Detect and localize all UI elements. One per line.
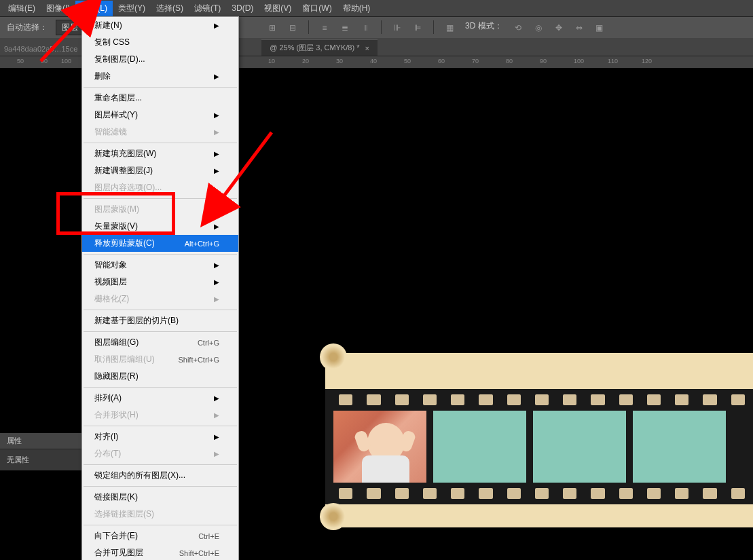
submenu-arrow-icon: ▶ (214, 261, 219, 269)
menu-shortcut: Ctrl+E (198, 532, 219, 540)
sprocket-hole (731, 394, 745, 405)
ruler-mark: 100 (574, 58, 584, 64)
submenu-arrow-icon: ▶ (214, 411, 219, 419)
menu-item[interactable]: 新建调整图层(J)▶ (82, 162, 238, 179)
menu-item: 图层内容选项(O)... (82, 179, 238, 196)
document-tab-active[interactable]: @ 25% (图层 3, CMYK/8) * × (261, 39, 378, 56)
ruler-mark: 60 (438, 58, 445, 64)
auto-select-label: 自动选择： (4, 22, 50, 33)
sprocket-hole (563, 394, 576, 405)
ruler-mark: 50 (404, 58, 411, 64)
menu-item: 选择链接图层(S) (82, 506, 238, 523)
menu-separator (84, 387, 237, 388)
sprocket-hole (367, 488, 380, 499)
3d-slide-icon[interactable]: ⇔ (572, 20, 587, 35)
align-icon[interactable]: ≡ (317, 20, 332, 35)
menubar-item[interactable]: 图层(L) (75, 1, 113, 16)
ruler-mark: 100 (61, 58, 71, 64)
3d-mode-label: 3D 模式： (462, 20, 505, 35)
menu-item[interactable]: 新建基于图层的切片(B) (82, 312, 238, 329)
ornament-icon (320, 503, 347, 530)
menubar-item[interactable]: 类型(Y) (113, 1, 151, 16)
sprocket-hole (479, 394, 492, 405)
3d-pan-icon[interactable]: ✥ (551, 20, 566, 35)
film-sprocket-row (325, 389, 753, 411)
align-icon[interactable]: ⊟ (285, 20, 300, 35)
sprocket-hole (423, 394, 437, 405)
3d-orbit-icon[interactable]: ⟲ (511, 20, 526, 35)
sprocket-hole (423, 488, 437, 499)
menu-item[interactable]: 链接图层(K) (82, 489, 238, 506)
ruler-mark: 120 (642, 58, 652, 64)
menu-item[interactable]: 复制图层(D)... (82, 51, 238, 68)
menubar-item[interactable]: 图像(I) (41, 1, 75, 16)
menu-item: 合并形状(H)▶ (82, 407, 238, 424)
menu-separator (84, 254, 237, 255)
submenu-arrow-icon: ▶ (214, 73, 219, 80)
sprocket-hole (395, 394, 409, 405)
distribute-icon[interactable]: ⊫ (410, 20, 425, 35)
menu-item: 智能滤镜▶ (82, 124, 238, 141)
film-frame-empty (533, 411, 626, 483)
menu-item[interactable]: 排列(A)▶ (82, 390, 238, 407)
sprocket-hole (675, 394, 688, 405)
sprocket-hole (507, 394, 521, 405)
ruler-mark: 80 (506, 58, 513, 64)
menu-item[interactable]: 隐藏图层(R) (82, 368, 238, 385)
close-tab-icon[interactable]: × (365, 44, 369, 52)
menubar-item[interactable]: 滤镜(T) (189, 1, 226, 16)
submenu-arrow-icon: ▶ (214, 394, 219, 402)
ornament-icon (320, 343, 347, 371)
align-icon[interactable]: ≣ (337, 20, 352, 35)
properties-none: 无属性 (0, 449, 81, 470)
menu-separator (84, 143, 237, 143)
menu-item[interactable]: 智能对象▶ (82, 257, 238, 274)
sprocket-hole (563, 488, 576, 499)
align-icon[interactable]: ⫴ (358, 20, 373, 35)
menu-item[interactable]: 视频图层▶ (82, 274, 238, 291)
menubar-item[interactable]: 3D(D) (226, 1, 259, 15)
menubar-item[interactable]: 帮助(H) (337, 1, 376, 16)
properties-tab[interactable]: 属性 (0, 433, 81, 449)
menu-separator (84, 310, 237, 310)
document-tab-background[interactable]: 9a448daa02a5…15ce (0, 42, 81, 56)
menu-item[interactable]: 向下合并(E)Ctrl+E (82, 527, 238, 544)
ruler-mark: 10 (268, 58, 275, 64)
3d-camera-icon[interactable]: ▣ (592, 20, 607, 35)
menu-item[interactable]: 释放剪贴蒙版(C)Alt+Ctrl+G (82, 235, 238, 252)
menu-item[interactable]: 图层编组(G)Ctrl+G (82, 334, 238, 351)
menu-item[interactable]: 删除▶ (82, 68, 238, 85)
grid-icon[interactable]: ▦ (442, 20, 457, 35)
menubar-item[interactable]: 视图(V) (259, 1, 297, 16)
sprocket-hole (703, 394, 716, 405)
menu-item[interactable]: 矢量蒙版(V)▶ (82, 218, 238, 235)
sprocket-hole (647, 488, 661, 499)
film-frame-empty (433, 411, 526, 483)
menu-shortcut: Shift+Ctrl+G (178, 356, 219, 364)
menu-item[interactable]: 锁定组内的所有图层(X)... (82, 467, 238, 484)
menu-item[interactable]: 合并可见图层Shift+Ctrl+E (82, 544, 238, 560)
menubar-item[interactable]: 选择(S) (151, 1, 189, 16)
submenu-arrow-icon: ▶ (214, 450, 219, 458)
sprocket-hole (591, 488, 604, 499)
menu-item[interactable]: 重命名图层... (82, 90, 238, 107)
menu-item[interactable]: 新建填充图层(W)▶ (82, 145, 238, 162)
align-icon[interactable]: ⊞ (265, 20, 280, 35)
menu-item[interactable]: 新建(N)▶ (82, 17, 238, 34)
menubar-item[interactable]: 窗口(W) (297, 1, 337, 16)
menu-separator (84, 525, 237, 525)
submenu-arrow-icon: ▶ (214, 278, 219, 286)
ruler-mark: 30 (336, 58, 343, 64)
ruler-mark: 90 (540, 58, 547, 64)
menu-item[interactable]: 复制 CSS (82, 34, 238, 51)
ruler-mark: 50 (17, 58, 24, 64)
ruler-mark: 20 (302, 58, 309, 64)
film-strip-artwork (325, 353, 753, 527)
distribute-icon[interactable]: ⊪ (390, 20, 405, 35)
3d-roll-icon[interactable]: ◎ (531, 20, 546, 35)
menubar-item[interactable]: 编辑(E) (3, 1, 41, 16)
menu-item[interactable]: 图层样式(Y)▶ (82, 107, 238, 124)
film-frame-photo (333, 411, 426, 483)
menu-item[interactable]: 对齐(I)▶ (82, 428, 238, 445)
sprocket-hole (703, 488, 716, 499)
